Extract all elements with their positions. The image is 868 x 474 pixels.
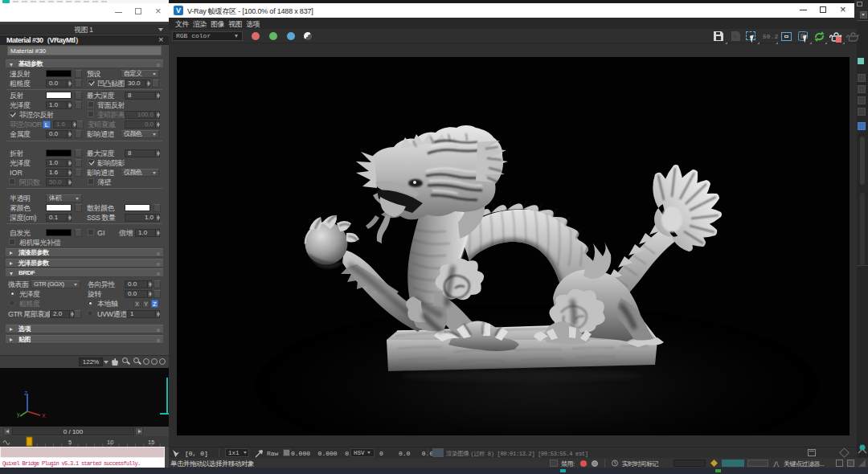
svg-text:Z: Z (24, 390, 28, 396)
svg-text:15: 15 (148, 439, 154, 446)
svg-text:y: y (17, 411, 20, 418)
svg-text:10: 10 (107, 439, 113, 446)
svg-text:5: 5 (68, 439, 72, 446)
svg-text:X: X (42, 413, 46, 419)
